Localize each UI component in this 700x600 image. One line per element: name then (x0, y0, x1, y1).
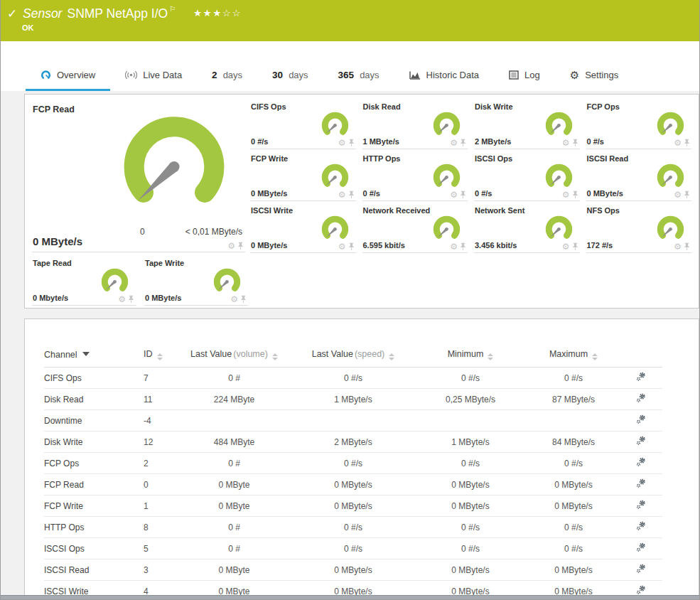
gauge-cell-cifs-ops[interactable]: CIFS Ops0 #/s⚙ (250, 100, 356, 149)
column-header-minimum[interactable]: Minimum (414, 345, 527, 368)
gauge-cell-fcp-write[interactable]: FCP Write0 MByte/s⚙ (250, 152, 356, 201)
gauge-cell-network-received[interactable]: Network Received6.595 kbit/s⚙ (362, 204, 468, 253)
gear-icon[interactable]: ⚙ (338, 139, 346, 147)
channel-settings-icon[interactable] (636, 521, 646, 531)
pin-icon[interactable] (684, 191, 690, 199)
gauge-cell-network-sent[interactable]: Network Sent3.456 kbit/s⚙ (474, 204, 580, 253)
cell-maximum: 84 MByte/s (527, 432, 620, 453)
gauge-value: 0 MByte/s (33, 235, 82, 247)
gauge-cell-fcp-read[interactable]: FCP Read 0 < 0,01 MByte/s 0 MByte/s ⚙ (32, 100, 245, 252)
tab-bar: Overview Live Data 2 days 30 days 365 da… (1, 41, 699, 91)
prtg-sensor-page: ✓ SensorSNMP NetApp I/O⚐ ★★★☆☆ OK Overvi… (0, 0, 700, 600)
table-row-iscsi-write[interactable]: ISCSI Write40 MByte0 MByte/s0 MByte/s0 M… (44, 581, 662, 596)
priority-stars[interactable]: ★★★☆☆ (193, 8, 242, 18)
pin-icon[interactable] (128, 295, 134, 304)
channel-settings-icon[interactable] (636, 478, 646, 488)
gauge-cell-disk-read[interactable]: Disk Read1 MByte/s⚙ (362, 100, 468, 149)
tab-2-days[interactable]: 2 days (197, 60, 257, 91)
pin-icon[interactable] (348, 191, 355, 199)
tab-log[interactable]: Log (494, 60, 555, 91)
tab-overview[interactable]: Overview (26, 60, 110, 91)
gear-icon[interactable]: ⚙ (338, 242, 346, 251)
gauge-cell-nfs-ops[interactable]: NFS Ops172 #/s⚙ (586, 204, 692, 253)
column-header-last-value-volume[interactable]: Last Value(volume) (176, 345, 293, 368)
channel-settings-icon[interactable] (636, 500, 646, 510)
table-row-fcp-ops[interactable]: FCP Ops20 #0 #/s0 #/s0 #/s (44, 453, 662, 474)
column-header-channel[interactable]: Channel (44, 345, 144, 368)
gauge-dial-icon (654, 212, 687, 242)
gear-icon[interactable]: ⚙ (562, 191, 570, 199)
gear-icon[interactable]: ⚙ (674, 191, 682, 199)
flag-icon[interactable]: ⚐ (169, 5, 176, 13)
table-row-disk-write[interactable]: Disk Write12484 MByte2 MByte/s1 MByte/s8… (44, 432, 662, 453)
gear-icon[interactable]: ⚙ (674, 139, 682, 147)
gear-icon[interactable]: ⚙ (450, 242, 458, 251)
pin-icon[interactable] (572, 139, 578, 147)
pin-icon[interactable] (348, 242, 355, 251)
pin-icon[interactable] (240, 295, 247, 304)
tab-settings[interactable]: ⚙ Settings (555, 60, 633, 91)
pin-icon[interactable] (460, 139, 466, 147)
pin-icon[interactable] (460, 191, 466, 199)
gauge-cell-disk-write[interactable]: Disk Write2 MByte/s⚙ (474, 100, 580, 149)
gauge-dial-icon (210, 264, 244, 295)
gear-icon[interactable]: ⚙ (118, 295, 126, 304)
sort-icon (488, 353, 493, 360)
gear-icon[interactable]: ⚙ (227, 242, 235, 250)
column-sublabel: (speed) (355, 349, 384, 359)
table-row-fcp-write[interactable]: FCP Write10 MByte0 MByte/s0 MByte/s0 MBy… (44, 495, 662, 517)
channel-settings-icon[interactable] (636, 436, 646, 446)
gauge-cell-tape-write[interactable]: Tape Write0 MByte/s⚙ (144, 257, 248, 306)
cell-id: 11 (144, 389, 176, 410)
tab-30-days[interactable]: 30 days (257, 60, 323, 91)
pin-icon[interactable] (460, 242, 466, 251)
gauge-title: ISCSI Read (587, 154, 629, 163)
column-header-last-value-speed[interactable]: Last Value(speed) (293, 345, 414, 368)
gauge-cell-http-ops[interactable]: HTTP Ops0 #/s⚙ (362, 152, 468, 201)
pin-icon[interactable] (348, 139, 355, 147)
gauge-cell-iscsi-write[interactable]: ISCSI Write0 MByte/s⚙ (250, 204, 356, 253)
horizontal-scrollbar[interactable] (1, 595, 699, 599)
channel-settings-icon[interactable] (636, 542, 646, 552)
tab-live-data[interactable]: Live Data (110, 60, 197, 91)
pin-icon[interactable] (684, 139, 690, 147)
pin-icon[interactable] (684, 242, 690, 251)
table-row-cifs-ops[interactable]: CIFS Ops70 #0 #/s0 #/s0 #/s (44, 368, 662, 389)
channel-settings-icon[interactable] (636, 585, 646, 595)
pin-icon[interactable] (572, 191, 578, 199)
tab-label: Log (524, 70, 540, 80)
gear-icon[interactable]: ⚙ (674, 242, 682, 251)
tab-label: Historic Data (426, 70, 479, 80)
gear-icon[interactable]: ⚙ (562, 242, 570, 251)
cell-id: 8 (144, 517, 176, 538)
cell-id: 2 (144, 453, 176, 474)
tab-historic-data[interactable]: Historic Data (394, 60, 494, 91)
table-row-http-ops[interactable]: HTTP Ops80 #0 #/s0 #/s0 #/s (44, 517, 662, 538)
gear-icon[interactable]: ⚙ (338, 191, 346, 199)
channel-settings-icon[interactable] (636, 372, 646, 382)
table-row-iscsi-ops[interactable]: ISCSI Ops50 #0 #/s0 #/s0 #/s (44, 538, 662, 559)
table-row-fcp-read[interactable]: FCP Read00 MByte0 MByte/s0 MByte/s0 MByt… (44, 474, 662, 495)
tab-365-days[interactable]: 365 days (323, 60, 394, 91)
column-header-maximum[interactable]: Maximum (527, 345, 620, 368)
gauge-cell-fcp-ops[interactable]: FCP Ops0 #/s⚙ (586, 100, 692, 149)
column-header-id[interactable]: ID (144, 345, 176, 368)
gear-icon[interactable]: ⚙ (450, 139, 458, 147)
gauge-cell-iscsi-read[interactable]: ISCSI Read0 MByte/s⚙ (586, 152, 692, 201)
cell-channel: FCP Ops (44, 453, 144, 474)
gauge-cell-tape-read[interactable]: Tape Read0 Mbyte/s⚙ (32, 257, 136, 306)
channel-settings-icon[interactable] (636, 564, 646, 574)
channel-settings-icon[interactable] (636, 393, 646, 403)
gear-icon[interactable]: ⚙ (450, 191, 458, 199)
table-row-iscsi-read[interactable]: ISCSI Read30 MByte0 MByte/s0 MByte/s0 MB… (44, 559, 662, 581)
table-row-downtime[interactable]: Downtime-4 (44, 410, 662, 432)
table-row-disk-read[interactable]: Disk Read11224 MByte1 MByte/s0,25 MByte/… (44, 389, 662, 410)
gear-icon[interactable]: ⚙ (230, 295, 238, 304)
cell-actions (620, 410, 662, 432)
pin-icon[interactable] (572, 242, 578, 251)
gear-icon[interactable]: ⚙ (562, 139, 570, 147)
gauge-cell-iscsi-ops[interactable]: ISCSI Ops0 #/s⚙ (474, 152, 580, 201)
channel-settings-icon[interactable] (636, 414, 646, 424)
channel-settings-icon[interactable] (636, 457, 646, 467)
pin-icon[interactable] (237, 242, 244, 250)
